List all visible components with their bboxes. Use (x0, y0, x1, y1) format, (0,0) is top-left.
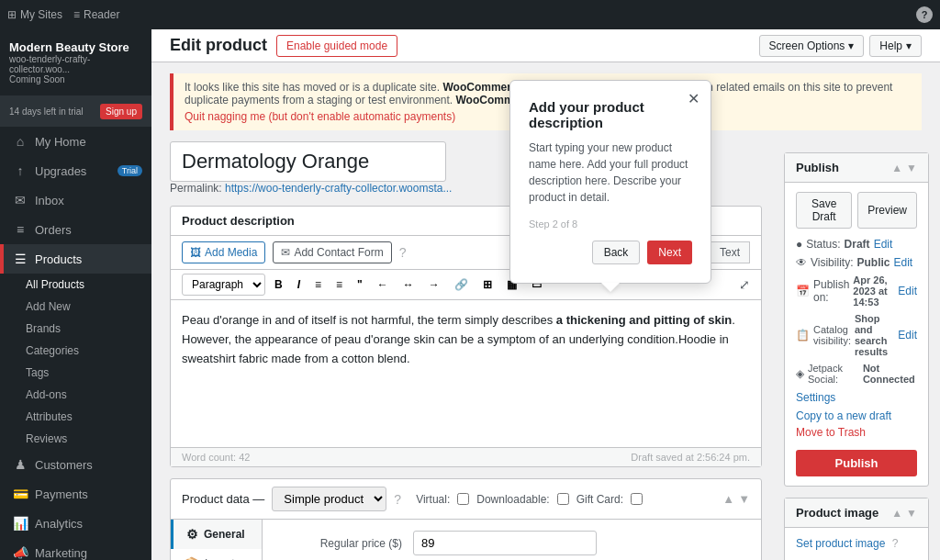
screen-options-button[interactable]: Screen Options ▾ (759, 35, 865, 57)
general-tab-icon: ⚙ (186, 527, 198, 542)
add-contact-button[interactable]: ✉ Add Contact Form (273, 241, 391, 263)
inventory-tab-icon: 📦 (184, 556, 199, 560)
notice-dismiss-link[interactable]: Quit nagging me (but don't enable automa… (185, 110, 455, 123)
align-right-button[interactable]: → (423, 274, 445, 295)
product-data-down-icon[interactable]: ▼ (738, 492, 750, 506)
sidebar-item-upgrades[interactable]: ↑ Upgrades Trial (0, 156, 151, 185)
italic-button[interactable]: I (292, 274, 306, 295)
visibility-icon: 👁 (796, 256, 807, 269)
expand-editor-button[interactable]: ⤢ (739, 277, 750, 292)
popup-back-button[interactable]: Back (592, 241, 641, 264)
product-tab-general[interactable]: ⚙ General (171, 520, 262, 549)
reader-link[interactable]: ≡ Reader (73, 8, 119, 21)
signup-button[interactable]: Sign up (100, 104, 142, 119)
sidebar-sub-item-brands[interactable]: Brands (0, 318, 151, 340)
copy-draft-link[interactable]: Copy to a new draft (796, 409, 917, 422)
sidebar-item-home[interactable]: ⌂ My Home (0, 127, 151, 156)
insert-button[interactable]: ⊞ (477, 274, 498, 295)
brand-name: Modern Beauty Store (9, 40, 142, 54)
sidebar-item-products[interactable]: ☰ Products (0, 244, 151, 274)
customers-icon: ♟ (13, 457, 28, 472)
text-view-button[interactable]: Text (710, 241, 750, 263)
top-bar-right: ? (916, 6, 933, 23)
publish-date-edit-link[interactable]: Edit (898, 285, 917, 297)
sidebar-item-analytics[interactable]: 📊 Analytics (0, 509, 151, 538)
sidebar-sub-item-add-new[interactable]: Add New (0, 296, 151, 318)
downloadable-label: Downloadable: (476, 493, 549, 506)
help-tooltip-icon[interactable]: ? (399, 245, 407, 260)
upgrades-icon: ↑ (13, 163, 28, 178)
product-type-select[interactable]: Simple product (272, 487, 386, 511)
status-icon: ● (796, 238, 802, 251)
gift-card-checkbox[interactable] (631, 493, 643, 505)
product-data-help-icon[interactable]: ? (394, 492, 401, 507)
publish-header-icons: ▲ ▼ (891, 162, 917, 174)
admin-title-row: Edit product Enable guided mode (170, 35, 397, 57)
sidebar-item-orders[interactable]: ≡ Orders (0, 215, 151, 244)
catalog-edit-link[interactable]: Edit (898, 329, 917, 342)
sidebar-sub-item-reviews[interactable]: Reviews (0, 428, 151, 450)
product-description-popup: ✕ Add your product description Start typ… (509, 80, 711, 284)
preview-button[interactable]: Preview (857, 192, 917, 229)
regular-price-input[interactable] (413, 531, 597, 555)
visibility-edit-link[interactable]: Edit (893, 256, 912, 269)
guided-mode-button[interactable]: Enable guided mode (276, 35, 397, 57)
save-draft-button[interactable]: Save Draft (796, 192, 852, 229)
format-select[interactable]: Paragraph (182, 274, 265, 296)
popup-actions: Back Next (529, 241, 692, 264)
ordered-list-button[interactable]: ≡ (330, 274, 348, 295)
link-button[interactable]: 🔗 (449, 274, 474, 295)
sidebar-sub-item-attributes[interactable]: Attributes (0, 406, 151, 428)
status-edit-link[interactable]: Edit (874, 238, 893, 251)
sidebar-item-payments[interactable]: 💳 Payments (0, 479, 151, 509)
sidebar-item-marketing[interactable]: 📣 Marketing (0, 538, 151, 560)
sidebar-item-customers[interactable]: ♟ Customers (0, 450, 151, 479)
publish-button[interactable]: Publish (796, 450, 917, 476)
my-sites-link[interactable]: ⊞ My Sites (7, 8, 62, 21)
analytics-icon: 📊 (13, 516, 28, 531)
product-image-collapse-icon[interactable]: ▲ (891, 507, 902, 520)
publish-expand-icon[interactable]: ▼ (906, 162, 917, 174)
help-button[interactable]: Help ▾ (869, 35, 922, 57)
sidebar-sub-item-add-ons[interactable]: Add-ons (0, 384, 151, 406)
publish-collapse-icon[interactable]: ▲ (891, 162, 902, 174)
product-image-help-icon: ? (892, 537, 899, 550)
product-image-expand-icon[interactable]: ▼ (906, 507, 917, 520)
popup-close-button[interactable]: ✕ (688, 90, 699, 107)
sidebar-sub-item-all-products[interactable]: All Products (0, 274, 151, 296)
move-trash-link[interactable]: Move to Trash (796, 426, 917, 439)
unordered-list-button[interactable]: ≡ (309, 274, 327, 295)
regular-price-label: Regular price ($) (274, 537, 402, 550)
publish-buttons: Save Draft Preview (796, 192, 917, 229)
product-image-icons: ▲ ▼ (891, 507, 917, 520)
bold-button[interactable]: B (269, 274, 288, 295)
word-count: Word count: 42 (182, 452, 250, 463)
permalink-link[interactable]: https://woo-tenderly-crafty-collector.wo… (225, 182, 452, 195)
align-left-button[interactable]: ← (372, 274, 394, 295)
admin-top-bar: Edit product Enable guided mode Screen O… (151, 29, 940, 62)
product-data-box: Product data — Simple product ? Virtual:… (170, 478, 762, 560)
add-media-button[interactable]: 🖼 Add Media (182, 241, 265, 263)
description-body[interactable]: Peau d'orange in and of itself is not ha… (171, 300, 761, 447)
product-title-input[interactable] (170, 141, 446, 182)
right-column: Publish ▲ ▼ Save Draft Preview ● (773, 130, 929, 560)
description-footer: Word count: 42 Draft saved at 2:56:24 pm… (171, 447, 761, 466)
catalog-visibility-field: 📋 Catalog visibility: Shop and search re… (796, 313, 917, 357)
popup-next-button[interactable]: Next (647, 241, 692, 264)
inbox-icon: ✉ (13, 193, 28, 207)
jetpack-settings-link[interactable]: Settings (796, 391, 835, 404)
sidebar-sub-item-tags[interactable]: Tags (0, 362, 151, 384)
product-tab-inventory[interactable]: 📦 Inventory (171, 549, 262, 560)
blockquote-button[interactable]: " (352, 274, 368, 295)
virtual-checkbox[interactable] (457, 493, 469, 505)
popup-arrow (601, 283, 620, 292)
sidebar-sub-item-categories[interactable]: Categories (0, 340, 151, 362)
align-center-button[interactable]: ↔ (397, 274, 420, 295)
trial-text: 14 days left in trial (9, 106, 84, 117)
product-data-up-icon[interactable]: ▲ (722, 492, 734, 506)
downloadable-checkbox[interactable] (557, 493, 569, 505)
set-product-image-link[interactable]: Set product image ? (796, 537, 917, 550)
sidebar-item-inbox[interactable]: ✉ Inbox (0, 185, 151, 215)
help-icon[interactable]: ? (916, 6, 933, 23)
marketing-icon: 📣 (13, 545, 28, 560)
